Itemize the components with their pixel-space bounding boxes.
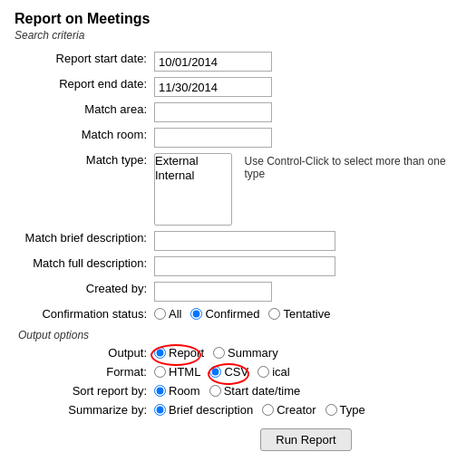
format-label: Format: [15,362,151,381]
confirmation-status-group: All Confirmed Tentative [154,307,458,321]
sort-label: Sort report by: [15,381,151,400]
created-by-label: Created by: [15,279,151,304]
summarize-group: Brief description Creator Type [154,403,458,417]
end-date-label: Report end date: [15,74,151,100]
output-report-radio[interactable] [154,347,166,359]
match-area-input[interactable] [154,102,272,122]
output-options-label: Output options [18,329,458,341]
summarize-label: Summarize by: [15,400,151,419]
run-report-button[interactable]: Run Report [260,428,351,451]
format-csv-circled: CSV [209,365,248,379]
output-label: Output: [15,343,151,362]
end-date-input[interactable] [154,77,272,97]
sort-room-option[interactable]: Room [154,384,200,398]
match-brief-desc-label: Match brief description: [15,228,151,254]
match-full-desc-label: Match full description: [15,254,151,279]
summarize-creator-option[interactable]: Creator [262,403,316,417]
sort-startdate-radio[interactable] [209,385,221,397]
confirmation-tentative-radio[interactable] [268,308,280,320]
match-area-label: Match area: [15,100,151,125]
format-csv-label: CSV [224,365,248,379]
match-room-input[interactable] [154,128,272,148]
format-ical-option[interactable]: ical [257,365,290,379]
confirmation-tentative-option[interactable]: Tentative [268,307,330,321]
output-report-circled: Report [154,346,204,360]
confirmation-all-option[interactable]: All [154,307,181,321]
sort-room-radio[interactable] [154,385,166,397]
summarize-brief-option[interactable]: Brief description [154,403,253,417]
search-criteria-label: Search criteria [15,29,461,42]
match-full-desc-input[interactable] [154,256,335,276]
format-html-radio[interactable] [154,366,166,378]
match-room-label: Match room: [15,125,151,150]
format-group: HTML CSV ical [154,365,458,379]
match-type-hint: Use Control-Click to select more than on… [239,153,458,180]
summarize-type-radio[interactable] [325,404,337,416]
format-csv-radio[interactable] [209,366,221,378]
confirmation-confirmed-option[interactable]: Confirmed [190,307,259,321]
confirmation-all-radio[interactable] [154,308,166,320]
created-by-input[interactable] [154,282,272,302]
output-group: Report Summary [154,346,458,360]
confirmation-confirmed-radio[interactable] [190,308,202,320]
confirmation-status-label: Confirmation status: [15,304,151,323]
summarize-brief-radio[interactable] [154,404,166,416]
summarize-type-option[interactable]: Type [325,403,365,417]
start-date-label: Report start date: [15,49,151,74]
summarize-creator-radio[interactable] [262,404,274,416]
match-type-select[interactable]: External Internal [154,153,232,226]
sort-startdate-option[interactable]: Start date/time [209,384,301,398]
match-brief-desc-input[interactable] [154,231,335,251]
match-type-option-internal[interactable]: Internal [155,168,231,183]
output-summary-radio[interactable] [213,347,225,359]
start-date-input[interactable] [154,52,272,72]
format-ical-radio[interactable] [257,366,269,378]
page-title: Report on Meetings [15,11,461,27]
match-type-option-external[interactable]: External [155,154,231,168]
match-type-label: Match type: [15,150,151,228]
format-html-option[interactable]: HTML [154,365,200,379]
sort-group: Room Start date/time [154,384,458,398]
output-summary-option[interactable]: Summary [213,346,278,360]
output-report-label: Report [169,346,204,360]
